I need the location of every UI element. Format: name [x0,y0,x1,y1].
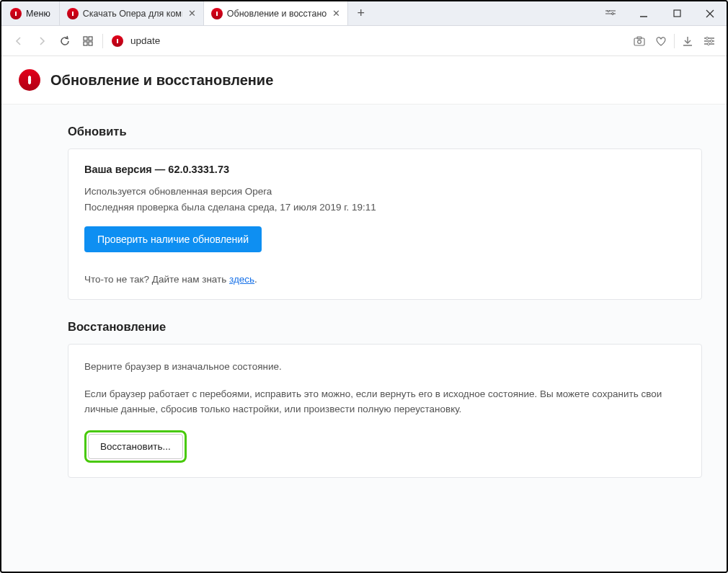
version-line: Ваша версия — 62.0.3331.73 [84,164,685,175]
svg-point-3 [612,12,614,14]
address-bar: update [1,26,727,56]
downloads-button[interactable] [678,31,698,51]
svg-rect-9 [89,37,92,40]
new-tab-button[interactable]: + [348,1,374,25]
opera-favicon-icon [112,35,123,47]
close-icon[interactable]: ✕ [188,8,196,19]
speed-dial-button[interactable] [78,31,98,51]
address-actions [629,31,719,51]
page-content: Обновление и восстановление Обновить Ваш… [1,56,727,572]
tab-strip: Скачать Опера для компь ✕ Обновление и в… [60,1,594,25]
opera-logo-icon [19,69,40,91]
close-icon[interactable]: ✕ [332,8,340,19]
version-prefix: Ваша версия — [84,164,168,175]
svg-rect-10 [84,42,87,45]
footnote-suffix: . [254,274,257,285]
menu-lines-icon[interactable] [594,1,627,26]
url-field[interactable]: update [107,35,626,47]
svg-point-22 [707,43,709,45]
recovery-section: Восстановление Верните браузер в изначал… [68,320,702,478]
update-card: Ваша версия — 62.0.3331.73 Используется … [68,148,702,300]
bookmark-heart-button[interactable] [651,31,671,51]
tab-title: Обновление и восстановл [227,9,327,19]
reload-button[interactable] [55,31,75,51]
footnote-prefix: Что-то не так? Дайте нам знать [84,274,229,285]
opera-favicon-icon [211,8,223,19]
back-button[interactable] [9,31,29,51]
svg-rect-8 [84,37,87,40]
svg-point-21 [710,40,712,42]
recovery-description: Если браузер работает с перебоями, испра… [84,386,685,417]
version-value: 62.0.3331.73 [168,164,229,175]
status-text: Используется обновленная версия Opera [84,184,685,200]
maximize-button[interactable] [660,1,693,26]
last-check-text: Последняя проверка была сделана среда, 1… [84,200,685,216]
opera-favicon-icon [67,8,79,19]
page-header: Обновление и восстановление [1,56,727,105]
menu-label: Меню [26,9,50,19]
window-controls [594,1,727,25]
forward-button[interactable] [32,31,52,51]
update-section: Обновить Ваша версия — 62.0.3331.73 Испо… [68,125,702,300]
minimize-button[interactable] [627,1,660,26]
easy-setup-button[interactable] [699,31,719,51]
restore-button[interactable]: Восстановить... [88,434,183,459]
url-text: update [130,35,160,46]
menu-button[interactable]: Меню [1,1,60,25]
highlight-ring: Восстановить... [84,430,187,463]
opera-logo-icon [10,8,22,19]
feedback-link[interactable]: здесь [229,274,254,285]
close-window-button[interactable] [693,1,727,26]
svg-point-13 [638,40,642,43]
tab-update-recovery[interactable]: Обновление и восстановл ✕ [204,1,348,25]
svg-point-2 [608,10,610,12]
page-title: Обновление и восстановление [50,72,273,89]
tab-title: Скачать Опера для компь [83,9,182,19]
svg-rect-5 [674,10,680,17]
check-updates-button[interactable]: Проверить наличие обновлений [84,226,262,252]
titlebar: Меню Скачать Опера для компь ✕ Обновлени… [1,1,727,26]
tab-download[interactable]: Скачать Опера для компь ✕ [60,1,204,25]
separator [674,34,675,48]
section-heading: Восстановление [68,320,702,334]
snapshot-button[interactable] [629,31,649,51]
recovery-intro: Верните браузер в изначальное состояние. [84,359,685,375]
svg-point-20 [706,37,708,39]
svg-rect-11 [89,42,92,45]
section-heading: Обновить [68,125,702,138]
feedback-footnote: Что-то не так? Дайте нам знать здесь. [84,274,685,285]
separator [102,34,103,48]
recovery-card: Верните браузер в изначальное состояние.… [68,344,702,478]
